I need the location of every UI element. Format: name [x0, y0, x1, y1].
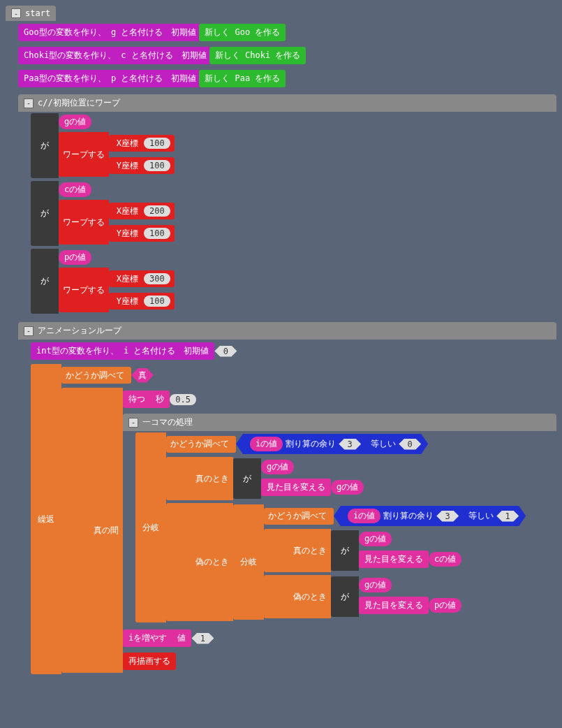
when-true-label: 真のとき: [293, 545, 327, 557]
var-decl-choki[interactable]: Choki型の変数を作り、 c と名付ける 初期値 新しく Choki を作る: [18, 45, 556, 66]
branch-block[interactable]: 分岐 かどうか調べて iの値 割り算の余り: [135, 432, 556, 623]
ga-label: が: [341, 591, 349, 603]
g-value[interactable]: gの値: [359, 578, 392, 592]
ga-label: が: [341, 545, 349, 557]
warp-c-wrapper: が cの値 ワープする X座標200 Y座標100: [31, 181, 556, 246]
x-slot[interactable]: 200: [144, 205, 170, 217]
x-label: X座標: [113, 273, 141, 285]
init-val[interactable]: 0: [214, 346, 237, 357]
while-true-label: 真の間: [94, 525, 119, 537]
change-appearance[interactable]: 見た目を変える: [359, 597, 429, 614]
g-value[interactable]: gの値: [359, 532, 392, 546]
true-hex[interactable]: 真: [131, 368, 154, 383]
new-goo[interactable]: 新しく Goo を作る: [199, 24, 286, 41]
false-arm: 偽のとき: [264, 575, 331, 618]
init-label: 初期値: [176, 47, 212, 64]
y-slot[interactable]: 100: [144, 160, 170, 171]
branch-arm: 分岐: [233, 504, 264, 620]
warp-group-hat[interactable]: - c//初期位置にワープ: [18, 94, 556, 112]
warp-p-wrapper: が pの値 ワープする X座標300 Y座標100: [31, 249, 556, 314]
wait-label: 待つ: [128, 393, 145, 405]
incr-n[interactable]: 1: [191, 633, 214, 644]
wait-val[interactable]: 0.5: [170, 394, 196, 405]
zero-slot[interactable]: 0: [399, 439, 421, 450]
new-choki[interactable]: 新しく Choki を作る: [209, 47, 306, 64]
i-value[interactable]: iの値: [250, 437, 283, 451]
toggle-icon[interactable]: -: [11, 8, 21, 18]
warp-g-wrapper: が gの値 ワープする X座標100 Y座標100: [31, 113, 556, 178]
mod-label: 割り算の余り: [383, 510, 434, 522]
ga-true-0: が gの値 見た目を変えるgの値: [233, 458, 556, 499]
equal-expr-2[interactable]: iの値 割り算の余り 3 等しい 1: [334, 506, 526, 526]
p-value[interactable]: pの値: [429, 598, 461, 613]
redraw[interactable]: 再描画する: [123, 651, 556, 671]
repeat-block[interactable]: 繰返 かどうか調べて真 真の間 待つ 秒 0.5 - 一コマ: [31, 364, 556, 674]
mod-label: 割り算の余り: [286, 438, 336, 450]
g-value[interactable]: gの値: [261, 460, 294, 474]
sec-label: 秒: [156, 393, 164, 405]
g-value-pill[interactable]: gの値: [59, 115, 91, 129]
mod-expr-2[interactable]: iの値 割り算の余り 3: [341, 507, 466, 525]
equal-expr[interactable]: iの値 割り算の余り 3 等しい 0: [236, 434, 428, 454]
true-arm: 真のとき: [166, 457, 233, 500]
incr-i[interactable]: iを増やす 値 1: [123, 628, 556, 648]
nested-branch[interactable]: 分岐 かどうか調べて iの値: [233, 504, 556, 620]
g-value[interactable]: gの値: [331, 480, 364, 495]
y-slot[interactable]: 100: [144, 296, 170, 307]
mod-expr[interactable]: iの値 割り算の余り 3: [243, 435, 368, 453]
y-slot[interactable]: 100: [144, 228, 170, 239]
warp-arm[interactable]: ワープする: [59, 132, 109, 177]
check-if-label: かどうか調べて: [66, 370, 127, 381]
warp-arm[interactable]: ワープする: [59, 268, 109, 312]
x-slot[interactable]: 300: [144, 273, 170, 284]
branch-label: 分岐: [142, 522, 159, 534]
toggle-icon[interactable]: -: [128, 418, 138, 428]
c-value-pill[interactable]: cの値: [59, 182, 91, 197]
c-value[interactable]: cの値: [429, 552, 461, 567]
start-hat[interactable]: - start: [6, 6, 56, 21]
warp-group-body: が gの値 ワープする X座標100 Y座標100 が cの値 ワープする: [31, 112, 556, 315]
var-decl-text: Goo型の変数を作り、 g と名付ける: [18, 24, 168, 41]
init-label: 初期値: [178, 342, 214, 360]
warp-label: ワープする: [63, 217, 105, 228]
x-label: X座標: [113, 138, 141, 150]
x-slot[interactable]: 100: [144, 138, 170, 149]
branch-arm: 分岐: [135, 432, 166, 623]
ga-arm: が: [331, 530, 359, 571]
branch-label: 分岐: [240, 556, 257, 568]
i-value[interactable]: iの値: [348, 509, 380, 523]
toggle-icon[interactable]: -: [24, 326, 34, 336]
p-value-pill[interactable]: pの値: [59, 250, 91, 265]
anim-loop-title: アニメーションループ: [38, 325, 121, 337]
init-label: 初期値: [165, 24, 202, 41]
anim-loop-hat[interactable]: - アニメーションループ: [18, 322, 556, 340]
ga-arm: が: [31, 181, 59, 246]
warp-label: ワープする: [63, 284, 105, 296]
incr-label: iを増やす: [128, 632, 167, 644]
three-slot[interactable]: 3: [339, 439, 361, 450]
wait-block[interactable]: 待つ 秒 0.5: [123, 389, 556, 409]
when-false-label: 偽のとき: [293, 591, 327, 603]
one-slot[interactable]: 1: [496, 511, 519, 522]
var-decl-paa[interactable]: Paa型の変数を作り、 p と名付ける 初期値 新しく Paa を作る: [18, 68, 556, 89]
start-body: Goo型の変数を作り、 g と名付ける 初期値 新しく Goo を作る Chok…: [18, 21, 556, 676]
check-if-label: かどうか調べて: [170, 438, 232, 450]
frame-hat[interactable]: - 一コマの処理: [123, 414, 556, 431]
int-decl[interactable]: int型の変数を作り、 i と名付ける 初期値 0: [31, 341, 556, 361]
frame-body: 分岐 かどうか調べて iの値 割り算の余り: [135, 431, 556, 624]
three-slot[interactable]: 3: [436, 511, 459, 522]
warp-label: ワープする: [63, 149, 105, 161]
frame-title: 一コマの処理: [142, 416, 193, 428]
true-arm: 真のとき: [264, 529, 331, 572]
equal-label: 等しい: [468, 510, 494, 522]
ga-false-else: が gの値 見た目を変えるpの値: [331, 576, 556, 617]
change-appearance[interactable]: 見た目を変える: [359, 551, 429, 568]
warp-arm[interactable]: ワープする: [59, 200, 109, 245]
toggle-icon[interactable]: -: [24, 99, 34, 108]
change-appearance[interactable]: 見た目を変える: [261, 479, 331, 496]
var-decl-goo[interactable]: Goo型の変数を作り、 g と名付ける 初期値 新しく Goo を作る: [18, 22, 556, 43]
new-paa[interactable]: 新しく Paa を作る: [199, 70, 286, 87]
when-false-label: 偽のとき: [195, 556, 229, 568]
redraw-label: 再描画する: [123, 653, 176, 670]
equal-label: 等しい: [371, 438, 396, 450]
